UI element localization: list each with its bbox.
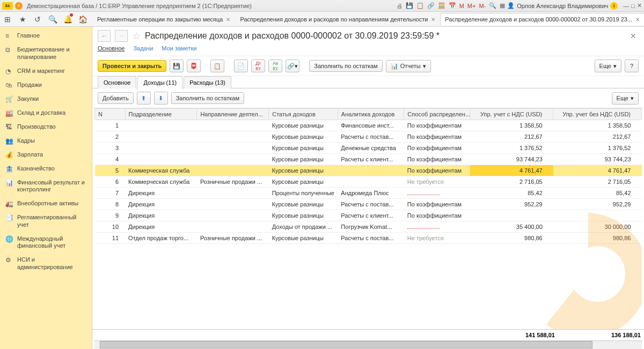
cell-method[interactable]: Не требуется [404, 176, 471, 188]
tab-close-icon[interactable]: ✕ [431, 17, 435, 23]
cell-direction[interactable] [197, 188, 269, 199]
subtab[interactable]: Основное [98, 76, 136, 88]
cell-n[interactable]: 4 [95, 154, 126, 165]
cell-article[interactable]: Доходы от продажи ... [269, 221, 338, 233]
cell-dept[interactable]: Дирекция [125, 221, 197, 233]
cell-analytics[interactable] [338, 165, 404, 176]
sidebar-item[interactable]: ⚙НСИ и администрирование [0, 253, 92, 274]
sidebar-item[interactable]: 👥Кадры [0, 134, 92, 148]
cell-amt-novat[interactable]: 85,42 [553, 188, 642, 199]
cell-article[interactable]: Курсовые разницы [269, 120, 338, 131]
cell-n[interactable]: 11 [95, 233, 126, 244]
sidebar-item[interactable]: 🏭Склад и доставка [0, 106, 92, 120]
m-minus-icon[interactable]: M- [479, 3, 486, 9]
cell-amt-vat[interactable]: 2 716,05 [470, 176, 553, 188]
cell-article[interactable]: Курсовые разницы [269, 210, 338, 221]
document-tab[interactable]: Распределение доходов и расходов 0000-00… [440, 13, 644, 25]
table-row[interactable]: 9ДирекцияКурсовые разницыРасчеты с клиен… [95, 210, 642, 221]
save-icon[interactable]: 💾 [406, 2, 413, 9]
cell-n[interactable]: 6 [95, 176, 126, 188]
cell-amt-vat[interactable]: 212,67 [470, 131, 553, 143]
cell-dept[interactable]: Коммерческая служба [125, 165, 197, 176]
tab-more-button[interactable]: Еще ▾ [612, 92, 639, 105]
sidebar-item[interactable]: 🛒Закупки [0, 92, 92, 106]
col-n[interactable]: N [95, 109, 126, 120]
col-analytics[interactable]: Аналитика доходов [338, 109, 404, 120]
cell-direction[interactable] [197, 199, 269, 210]
bell-icon[interactable]: 🔔 [60, 12, 75, 26]
horizontal-scrollbar[interactable] [94, 340, 642, 349]
cell-n[interactable]: 1 [95, 120, 126, 131]
cell-analytics[interactable]: Погрузчик Komat... [338, 221, 404, 233]
cell-analytics[interactable]: Расчеты с постав... [338, 199, 404, 210]
sidebar-item[interactable]: 💰Зарплата [0, 148, 92, 162]
subtab[interactable]: Расходы (13) [184, 76, 231, 88]
calendar-icon[interactable]: 📅 [449, 2, 456, 9]
sidebar-item[interactable]: ⧉Бюджетирование и планирование [0, 43, 92, 64]
close-window-icon[interactable]: ✕ [637, 2, 642, 9]
cell-dept[interactable]: Дирекция [125, 210, 197, 221]
document-link[interactable]: Задачи [133, 45, 153, 51]
cell-amt-vat[interactable]: 952,29 [470, 199, 553, 210]
table-row[interactable]: 4Курсовые разницыРасчеты с клиент...По к… [95, 154, 642, 165]
table-row[interactable]: 10ДирекцияДоходы от продажи ...Погрузчик… [95, 221, 642, 233]
cell-method[interactable] [404, 221, 471, 233]
favorite-icon[interactable]: ★ [15, 12, 30, 26]
subtab[interactable]: Доходы (11) [137, 76, 182, 88]
more-button[interactable]: Еще ▾ [595, 60, 621, 72]
cell-direction[interactable] [197, 221, 269, 233]
cell-amt-vat[interactable]: 980,86 [470, 233, 553, 244]
post-and-close-button[interactable]: Провести и закрыть [98, 60, 166, 72]
sidebar-item[interactable]: ≡Главное [0, 29, 92, 43]
sidebar-item[interactable]: ◔CRM и маркетинг [0, 64, 92, 78]
col-article[interactable]: Статья доходов [269, 109, 338, 120]
col-dept[interactable]: Подразделение [125, 109, 197, 120]
m-plus2-icon[interactable]: M+ [467, 3, 476, 9]
cell-dept[interactable]: Отдел продаж торго... [125, 233, 197, 244]
table-row[interactable]: 2Курсовые разницыРасчеты с постав...По к… [95, 131, 642, 143]
cell-direction[interactable] [197, 131, 269, 143]
search-icon[interactable]: 🔍 [45, 12, 60, 26]
fill-by-balance-button[interactable]: Заполнить по остаткам [309, 60, 382, 72]
calc-icon[interactable]: 🧮 [438, 2, 445, 9]
favorite-star-icon[interactable]: ☆ [132, 30, 141, 42]
apps-grid-icon[interactable]: ⊞ [0, 12, 15, 26]
tab-close-icon[interactable]: ✕ [635, 17, 640, 23]
col-method[interactable]: Способ распределен... [404, 109, 471, 120]
sidebar-item[interactable]: 🌐Международный финансовый учет [0, 232, 92, 254]
sidebar-item[interactable]: 🏦Казначейство [0, 162, 92, 176]
cell-article[interactable]: Курсовые разницы [269, 165, 338, 176]
cell-amt-novat[interactable]: 4 761,47 [553, 165, 642, 176]
cell-amt-novat[interactable]: 980,86 [553, 233, 642, 244]
cell-dept[interactable] [125, 120, 197, 131]
cell-article[interactable]: Курсовые разницы [269, 143, 338, 154]
cell-dept[interactable] [125, 143, 197, 154]
table-row[interactable]: 3Курсовые разницыДенежные средстваПо коэ… [95, 143, 642, 154]
move-up-button[interactable]: ⬆ [137, 92, 151, 105]
cell-article[interactable]: Курсовые разницы [269, 154, 338, 165]
cell-n[interactable]: 5 [95, 165, 126, 176]
cell-article[interactable]: Курсовые разницы [269, 176, 338, 188]
cell-direction[interactable]: Розничные продажи ... [197, 176, 269, 188]
fill-by-balance-tab-button[interactable]: Заполнить по остаткам [171, 92, 244, 104]
cell-amt-vat[interactable]: 4 761,47 [470, 165, 553, 176]
cell-dept[interactable]: Коммерческая служба [125, 176, 197, 188]
col-amt-vat[interactable]: Упр. учет с НДС (USD) [470, 109, 553, 120]
sidebar-item[interactable]: 📑Регламентированный учет [0, 211, 92, 232]
table-row[interactable]: 1Курсовые разницыФинансовые инст...По ко… [95, 120, 642, 131]
cell-method[interactable]: По коэффициентам [404, 120, 471, 131]
zoom-icon[interactable]: 🔍 [489, 2, 496, 9]
dk-button[interactable]: ДтКт [251, 60, 265, 72]
cell-amt-vat[interactable] [470, 210, 553, 221]
cell-direction[interactable] [197, 165, 269, 176]
table-row[interactable]: 7ДирекцияПроценты полученныеАндромеда Пл… [95, 188, 642, 199]
cell-method[interactable] [404, 188, 471, 199]
sidebar-item[interactable]: 🏗Производство [0, 120, 92, 134]
cell-amt-novat[interactable] [553, 210, 642, 221]
post-button[interactable]: 📮 [187, 60, 201, 72]
nav-back-button[interactable]: ← [98, 30, 111, 42]
cell-n[interactable]: 9 [95, 210, 126, 221]
cell-dept[interactable] [125, 131, 197, 143]
ak-button[interactable]: АкКт [268, 60, 282, 72]
cell-dept[interactable]: Дирекция [125, 199, 197, 210]
